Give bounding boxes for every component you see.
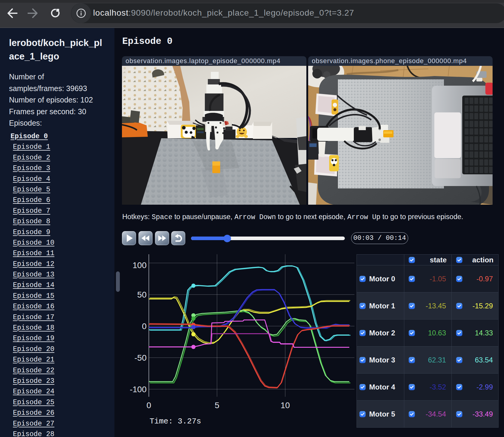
svg-text:-100: -100 bbox=[130, 385, 147, 394]
svg-text:50: 50 bbox=[137, 290, 147, 299]
svg-text:0: 0 bbox=[147, 401, 151, 410]
svg-text:0: 0 bbox=[142, 322, 147, 331]
svg-text:10: 10 bbox=[281, 401, 290, 410]
svg-text:-50: -50 bbox=[135, 353, 147, 362]
svg-text:100: 100 bbox=[132, 261, 147, 270]
svg-text:5: 5 bbox=[215, 401, 220, 410]
